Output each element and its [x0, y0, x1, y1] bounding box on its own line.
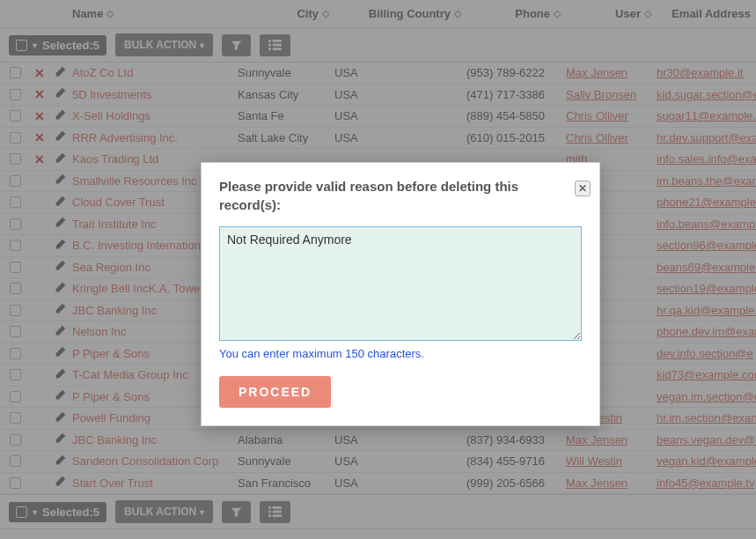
modal-title: Please provide valid reason before delet… — [219, 177, 582, 214]
proceed-label: PROCEED — [239, 385, 312, 399]
delete-reason-textarea[interactable]: Not Required Anymore — [219, 226, 582, 341]
proceed-button[interactable]: PROCEED — [219, 376, 331, 408]
close-button[interactable]: ✕ — [575, 181, 591, 196]
close-icon: ✕ — [578, 182, 587, 195]
char-limit-hint: You can enter maximum 150 characters. — [219, 347, 582, 360]
delete-reason-modal: ✕ Please provide valid reason before del… — [201, 162, 600, 426]
